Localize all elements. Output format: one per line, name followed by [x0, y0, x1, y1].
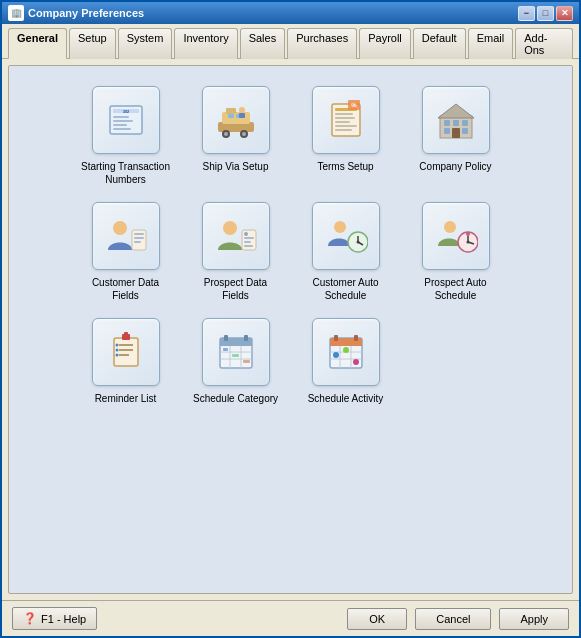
- prospect-auto-schedule-label: Prospect Auto Schedule: [411, 276, 501, 302]
- maximize-button[interactable]: □: [537, 6, 554, 21]
- svg-rect-21: [335, 117, 355, 119]
- ship-via-icon-box: [202, 86, 270, 154]
- svg-text:302: 302: [122, 109, 129, 114]
- close-button[interactable]: ✕: [556, 6, 573, 21]
- customer-schedule-icon: [324, 214, 368, 258]
- customer-auto-schedule-label: Customer Auto Schedule: [301, 276, 391, 302]
- help-button[interactable]: ❓ F1 - Help: [12, 607, 97, 630]
- svg-point-61: [115, 344, 118, 347]
- svg-rect-20: [335, 113, 353, 115]
- building-icon: [434, 98, 478, 142]
- tab-purchases[interactable]: Purchases: [287, 28, 357, 59]
- svg-rect-29: [444, 120, 450, 126]
- svg-rect-4: [113, 120, 133, 122]
- terms-setup-label: Terms Setup: [317, 160, 373, 173]
- ok-button[interactable]: OK: [347, 608, 407, 630]
- prospect-data-fields-icon-box: [202, 202, 270, 270]
- reminder-list-item[interactable]: Reminder List: [81, 318, 171, 405]
- svg-point-11: [224, 132, 228, 136]
- schedule-activity-label: Schedule Activity: [308, 392, 384, 405]
- svg-point-85: [333, 352, 339, 358]
- svg-rect-37: [134, 233, 144, 235]
- svg-point-62: [115, 349, 118, 352]
- title-bar: 🏢 Company Preferences − □ ✕: [2, 2, 579, 24]
- starting-transaction-item[interactable]: 302 Starting Transaction Numbers: [81, 86, 171, 186]
- svg-rect-73: [223, 348, 228, 351]
- svg-rect-74: [232, 354, 239, 357]
- title-controls: − □ ✕: [518, 6, 573, 21]
- svg-rect-23: [335, 125, 357, 127]
- schedule-category-item[interactable]: Schedule Category: [191, 318, 281, 405]
- svg-rect-65: [124, 332, 128, 336]
- prospect-schedule-icon: [434, 214, 478, 258]
- reminder-icon: [104, 330, 148, 374]
- tab-addons[interactable]: Add-Ons: [515, 28, 573, 59]
- help-icon: ❓: [23, 612, 37, 625]
- svg-rect-68: [220, 343, 252, 346]
- ship-via-label: Ship Via Setup: [203, 160, 269, 173]
- svg-rect-8: [222, 112, 250, 124]
- svg-rect-24: [335, 129, 352, 131]
- svg-point-51: [444, 221, 456, 233]
- tab-inventory[interactable]: Inventory: [174, 28, 237, 59]
- tab-setup[interactable]: Setup: [69, 28, 116, 59]
- tab-sales[interactable]: Sales: [240, 28, 286, 59]
- svg-rect-6: [113, 128, 131, 130]
- svg-rect-44: [244, 241, 251, 243]
- svg-point-63: [115, 354, 118, 357]
- svg-point-35: [113, 221, 127, 235]
- apply-button[interactable]: Apply: [499, 608, 569, 630]
- svg-rect-43: [244, 237, 254, 239]
- reminder-list-label: Reminder List: [95, 392, 157, 405]
- schedule-activity-item[interactable]: Schedule Activity: [301, 318, 391, 405]
- svg-point-86: [343, 347, 349, 353]
- svg-rect-32: [444, 128, 450, 134]
- customer-auto-schedule-item[interactable]: Customer Auto Schedule: [301, 202, 391, 302]
- help-label: F1 - Help: [41, 613, 86, 625]
- prospect-auto-schedule-item[interactable]: Prospect Auto Schedule: [411, 202, 501, 302]
- svg-rect-5: [113, 124, 127, 126]
- tab-general[interactable]: General: [8, 28, 67, 59]
- company-policy-label: Company Policy: [419, 160, 491, 173]
- ship-icon: [214, 98, 258, 142]
- svg-rect-33: [462, 128, 468, 134]
- svg-rect-9: [226, 108, 236, 114]
- svg-rect-22: [335, 121, 350, 123]
- prospect-data-fields-item[interactable]: Prospect Data Fields: [191, 202, 281, 302]
- minimize-button[interactable]: −: [518, 6, 535, 21]
- svg-point-40: [223, 221, 237, 235]
- terms-setup-item[interactable]: % Terms Setup: [301, 86, 391, 186]
- tab-payroll[interactable]: Payroll: [359, 28, 411, 59]
- prospect-auto-schedule-icon-box: [422, 202, 490, 270]
- svg-rect-34: [452, 128, 460, 138]
- svg-rect-77: [244, 335, 248, 341]
- main-window: 🏢 Company Preferences − □ ✕ General Setu…: [0, 0, 581, 638]
- svg-rect-30: [453, 120, 459, 126]
- tab-email[interactable]: Email: [468, 28, 514, 59]
- svg-rect-57: [114, 338, 138, 366]
- prospect-data-fields-label: Prospect Data Fields: [191, 276, 281, 302]
- customer-icon: [104, 214, 148, 258]
- company-policy-item[interactable]: Company Policy: [411, 86, 501, 186]
- svg-point-55: [466, 241, 469, 244]
- terms-icon: %: [324, 98, 368, 142]
- cancel-button[interactable]: Cancel: [415, 608, 491, 630]
- prospect-icon: [214, 214, 258, 258]
- customer-data-fields-item[interactable]: Customer Data Fields: [81, 202, 171, 302]
- ship-via-item[interactable]: Ship Via Setup: [191, 86, 281, 186]
- svg-rect-31: [462, 120, 468, 126]
- reminder-list-icon-box: [92, 318, 160, 386]
- schedule-activity-icon-box: [312, 318, 380, 386]
- tab-default[interactable]: Default: [413, 28, 466, 59]
- customer-data-fields-label: Customer Data Fields: [81, 276, 171, 302]
- svg-point-16: [239, 107, 245, 113]
- schedule-category-label: Schedule Category: [193, 392, 278, 405]
- svg-text:%: %: [351, 102, 357, 108]
- svg-rect-76: [224, 335, 228, 341]
- icon-grid: 302 Starting Transaction Numbers: [29, 86, 552, 405]
- svg-marker-28: [438, 104, 474, 118]
- tab-system[interactable]: System: [118, 28, 173, 59]
- svg-point-13: [242, 132, 246, 136]
- bottom-bar: ❓ F1 - Help OK Cancel Apply: [2, 600, 579, 636]
- svg-rect-89: [354, 335, 358, 341]
